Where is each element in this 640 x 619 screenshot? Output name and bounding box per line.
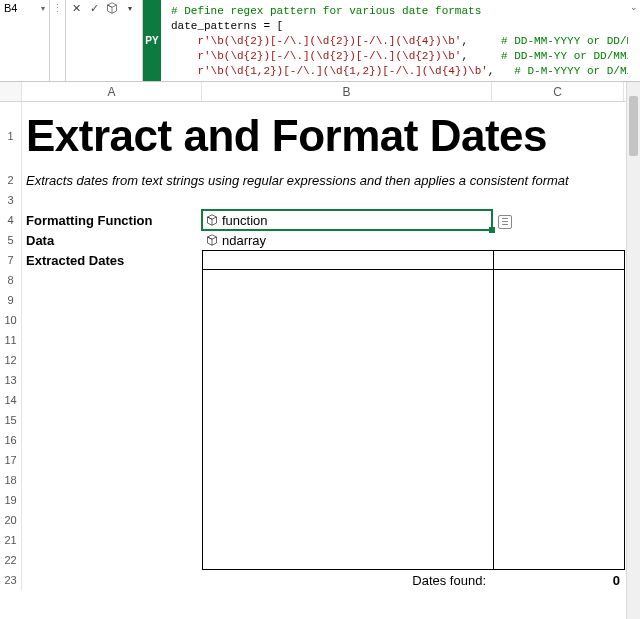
cell[interactable] <box>22 430 202 450</box>
cell[interactable] <box>202 310 492 330</box>
cell[interactable]: ndarray <box>202 230 492 250</box>
cell[interactable] <box>22 370 202 390</box>
row-header[interactable]: 13 <box>0 370 22 390</box>
cell[interactable] <box>22 490 202 510</box>
cell[interactable] <box>202 350 492 370</box>
formula-bar-drag-handle[interactable]: ⋮ <box>50 0 66 81</box>
dropdown-caret-icon[interactable]: ▾ <box>124 2 136 14</box>
row-header[interactable]: 14 <box>0 390 22 410</box>
scrollbar-thumb[interactable] <box>629 96 638 156</box>
row-header[interactable]: 8 <box>0 270 22 290</box>
row-header[interactable]: 2 <box>0 170 22 190</box>
cell[interactable] <box>202 470 492 490</box>
cell[interactable] <box>202 410 492 430</box>
cell-label[interactable]: Data <box>22 230 202 250</box>
cell[interactable] <box>492 490 624 510</box>
cell[interactable] <box>492 330 624 350</box>
cell[interactable] <box>492 230 624 250</box>
cell[interactable] <box>492 470 624 490</box>
cell[interactable] <box>492 410 624 430</box>
cell-title[interactable]: Extract and Format Dates <box>22 102 624 170</box>
cell[interactable] <box>202 390 492 410</box>
row-header[interactable]: 23 <box>0 570 22 590</box>
cell[interactable] <box>492 270 624 290</box>
row-header[interactable]: 5 <box>0 230 22 250</box>
cancel-icon[interactable]: ✕ <box>70 2 82 14</box>
cell[interactable] <box>202 550 492 570</box>
cell[interactable] <box>492 430 624 450</box>
cell[interactable] <box>22 450 202 470</box>
cell[interactable] <box>22 570 202 590</box>
column-header-A[interactable]: A <box>22 82 202 101</box>
row-header[interactable]: 10 <box>0 310 22 330</box>
cell[interactable] <box>22 550 202 570</box>
cell[interactable] <box>492 350 624 370</box>
cell[interactable] <box>202 250 492 270</box>
cell[interactable] <box>22 530 202 550</box>
data-card-icon[interactable] <box>498 210 512 229</box>
cell[interactable] <box>492 530 624 550</box>
select-all-corner[interactable] <box>0 82 22 101</box>
formula-bar-expand-icon[interactable]: ⌄ <box>628 0 640 81</box>
row-header[interactable]: 16 <box>0 430 22 450</box>
cell[interactable] <box>202 450 492 470</box>
cell[interactable] <box>22 330 202 350</box>
cell[interactable] <box>492 510 624 530</box>
column-header-C[interactable]: C <box>492 82 624 101</box>
cell[interactable] <box>202 530 492 550</box>
cell[interactable] <box>492 190 624 210</box>
cell[interactable] <box>22 510 202 530</box>
cell-dates-found-label[interactable]: Dates found: <box>202 570 492 590</box>
worksheet-grid[interactable]: A B C 1 Extract and Format Dates 2 Extra… <box>0 82 626 619</box>
cell[interactable] <box>492 390 624 410</box>
cell-selected[interactable]: function <box>202 210 492 230</box>
cell[interactable] <box>22 290 202 310</box>
cell[interactable] <box>202 370 492 390</box>
vertical-scrollbar[interactable] <box>626 82 640 619</box>
cell[interactable] <box>202 490 492 510</box>
row-header[interactable]: 3 <box>0 190 22 210</box>
cell[interactable] <box>202 430 492 450</box>
python-object-icon[interactable] <box>106 2 118 14</box>
column-header-B[interactable]: B <box>202 82 492 101</box>
confirm-icon[interactable]: ✓ <box>88 2 100 14</box>
row-header[interactable]: 18 <box>0 470 22 490</box>
cell[interactable] <box>22 390 202 410</box>
formula-code[interactable]: # Define regex pattern for various date … <box>163 0 628 81</box>
row-header[interactable]: 15 <box>0 410 22 430</box>
cell[interactable] <box>202 330 492 350</box>
cell[interactable] <box>22 470 202 490</box>
cell[interactable] <box>492 250 624 270</box>
row-header[interactable]: 20 <box>0 510 22 530</box>
row-header[interactable]: 12 <box>0 350 22 370</box>
row-header[interactable]: 17 <box>0 450 22 470</box>
row-header[interactable]: 4 <box>0 210 22 230</box>
cell[interactable] <box>492 290 624 310</box>
row-header[interactable]: 11 <box>0 330 22 350</box>
cell[interactable] <box>492 370 624 390</box>
cell[interactable] <box>492 450 624 470</box>
row-header[interactable]: 19 <box>0 490 22 510</box>
cell[interactable] <box>22 270 202 290</box>
cell-subtitle[interactable]: Extracts dates from text strings using r… <box>22 170 624 190</box>
cell[interactable] <box>22 350 202 370</box>
cell-dates-found-value[interactable]: 0 <box>492 570 624 590</box>
row-header[interactable]: 9 <box>0 290 22 310</box>
cell[interactable] <box>22 310 202 330</box>
row-header[interactable]: 22 <box>0 550 22 570</box>
cell[interactable] <box>202 190 492 210</box>
cell[interactable] <box>202 290 492 310</box>
cell[interactable] <box>22 190 202 210</box>
cell[interactable] <box>492 550 624 570</box>
cell[interactable] <box>22 410 202 430</box>
row-header[interactable]: 21 <box>0 530 22 550</box>
name-box-dropdown-icon[interactable]: ▾ <box>41 2 45 13</box>
row-header[interactable]: 1 <box>0 102 22 170</box>
name-box[interactable]: B4 ▾ <box>0 0 50 81</box>
cell-label[interactable]: Extracted Dates <box>22 250 202 270</box>
cell[interactable] <box>202 510 492 530</box>
cell[interactable] <box>492 310 624 330</box>
cell-label[interactable]: Formatting Function <box>22 210 202 230</box>
row-header[interactable]: 7 <box>0 250 22 270</box>
cell[interactable] <box>202 270 492 290</box>
